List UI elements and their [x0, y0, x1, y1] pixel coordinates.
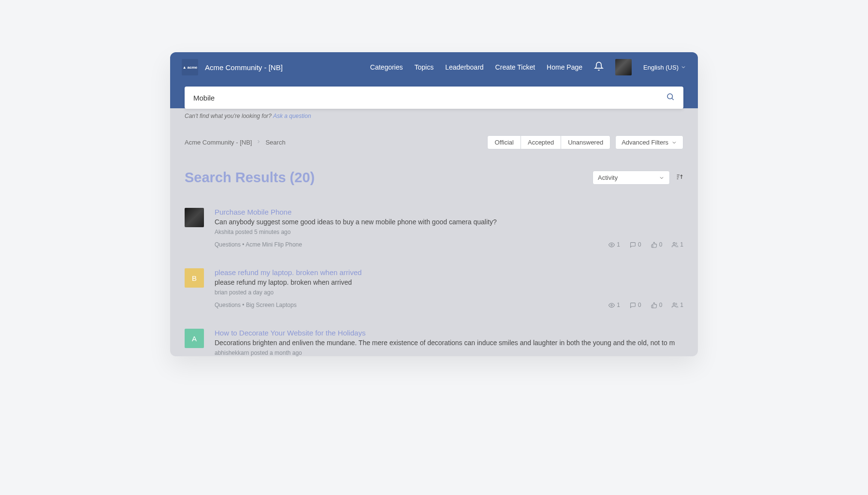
result-avatar[interactable] — [185, 208, 204, 227]
svg-point-9 — [673, 303, 675, 305]
search-wrap: Can't find what you're looking for? Ask … — [185, 87, 683, 119]
sort-area: Activity — [593, 171, 683, 185]
filter-unanswered[interactable]: Unanswered — [561, 136, 610, 149]
svg-line-1 — [672, 98, 673, 100]
nav-topics[interactable]: Topics — [415, 63, 434, 71]
stat-comments: 0 — [630, 241, 641, 248]
result-item: Purchase Mobile Phone Can anybody sugges… — [185, 208, 683, 248]
users-icon — [672, 242, 678, 248]
language-label: English (US) — [643, 64, 679, 71]
stat-value: 1 — [680, 241, 683, 248]
sort-selected: Activity — [598, 174, 618, 181]
breadcrumb-root[interactable]: Acme Community - [NB] — [185, 139, 252, 146]
nav-create-ticket[interactable]: Create Ticket — [495, 63, 535, 71]
header: ▲ acme Acme Community - [NB] Categories … — [170, 52, 698, 108]
result-snippet: Can anybody suggest some good ideas to b… — [215, 218, 683, 226]
eye-icon — [608, 242, 615, 248]
stat-views: 1 — [608, 302, 620, 308]
chevron-right-icon — [256, 139, 261, 146]
comment-icon — [630, 302, 636, 308]
result-body: please refund my laptop. broken when arr… — [215, 268, 683, 308]
stat-users: 1 — [672, 302, 683, 308]
stat-value: 0 — [638, 241, 641, 248]
stat-views: 1 — [608, 241, 620, 248]
stat-value: 0 — [659, 302, 663, 308]
result-meta: Akshita posted 5 minutes ago — [215, 229, 683, 235]
svg-point-8 — [611, 304, 612, 306]
svg-point-0 — [667, 94, 673, 99]
like-icon — [651, 242, 657, 248]
advanced-filters-button[interactable]: Advanced Filters — [615, 135, 683, 149]
users-icon — [672, 302, 678, 308]
result-title[interactable]: please refund my laptop. broken when arr… — [215, 268, 683, 277]
nav-home-page[interactable]: Home Page — [547, 63, 582, 71]
result-snippet: Decorations brighten and enliven the mun… — [215, 339, 683, 347]
comment-icon — [630, 242, 636, 248]
avatar[interactable] — [615, 59, 632, 75]
result-avatar[interactable]: A — [185, 329, 204, 348]
site-title[interactable]: Acme Community - [NB] — [205, 63, 283, 72]
search-box — [185, 87, 683, 109]
result-title[interactable]: Purchase Mobile Phone — [215, 208, 683, 216]
body-area: Acme Community - [NB] Search Official Ac… — [170, 108, 698, 356]
stat-likes: 0 — [651, 302, 663, 308]
result-footer: Questions • Acme Mini Flip Phone 1 0 0 1 — [215, 241, 683, 248]
app-frame: ▲ acme Acme Community - [NB] Categories … — [170, 52, 698, 356]
breadcrumb-current: Search — [265, 139, 285, 146]
stat-value: 1 — [680, 302, 683, 308]
stat-value: 1 — [617, 302, 620, 308]
bell-icon[interactable] — [594, 61, 604, 73]
sort-direction-icon[interactable] — [676, 173, 683, 183]
stat-value: 0 — [638, 302, 641, 308]
result-category[interactable]: Questions • Acme Mini Flip Phone — [215, 241, 302, 248]
result-item: A How to Decorate Your Website for the H… — [185, 329, 683, 356]
result-title[interactable]: How to Decorate Your Website for the Hol… — [215, 329, 683, 337]
stat-value: 0 — [659, 241, 663, 248]
result-category[interactable]: Questions • Big Screen Laptops — [215, 302, 297, 308]
result-body: How to Decorate Your Website for the Hol… — [215, 329, 683, 356]
nav-categories[interactable]: Categories — [370, 63, 403, 71]
eye-icon — [608, 302, 615, 308]
breadcrumb-row: Acme Community - [NB] Search Official Ac… — [185, 135, 683, 149]
sort-select[interactable]: Activity — [593, 171, 670, 185]
result-stats: 1 0 0 1 — [608, 302, 683, 308]
chevron-down-icon — [680, 64, 686, 70]
ask-question-link[interactable]: Ask a question — [273, 113, 311, 119]
filter-accepted[interactable]: Accepted — [521, 136, 561, 149]
filter-official[interactable]: Official — [488, 136, 521, 149]
chevron-down-icon — [671, 140, 677, 146]
svg-point-7 — [673, 242, 675, 244]
result-footer: Questions • Big Screen Laptops 1 0 0 1 — [215, 302, 683, 308]
header-bar: ▲ acme Acme Community - [NB] Categories … — [170, 56, 698, 78]
hint-text: Can't find what you're looking for? — [185, 113, 273, 119]
result-meta: abhishekkarn posted a month ago — [215, 349, 683, 356]
filter-group: Official Accepted Unanswered Advanced Fi… — [487, 135, 683, 149]
stat-users: 1 — [672, 241, 683, 248]
nav-leaderboard[interactable]: Leaderboard — [445, 63, 483, 71]
page-title: Search Results (20) — [185, 170, 315, 186]
logo[interactable]: ▲ acme — [182, 59, 198, 75]
chevron-down-icon — [659, 175, 665, 181]
search-input[interactable] — [193, 94, 666, 102]
result-avatar[interactable]: B — [185, 268, 204, 288]
language-selector[interactable]: English (US) — [643, 64, 686, 71]
title-row: Search Results (20) Activity — [185, 170, 683, 186]
result-body: Purchase Mobile Phone Can anybody sugges… — [215, 208, 683, 248]
result-item: B please refund my laptop. broken when a… — [185, 268, 683, 308]
nav: Categories Topics Leaderboard Create Tic… — [370, 59, 686, 75]
search-hint: Can't find what you're looking for? Ask … — [185, 113, 683, 119]
results-list: Purchase Mobile Phone Can anybody sugges… — [185, 208, 683, 356]
result-stats: 1 0 0 1 — [608, 241, 683, 248]
advanced-filters-label: Advanced Filters — [622, 139, 668, 146]
stat-value: 1 — [617, 241, 620, 248]
stat-likes: 0 — [651, 241, 663, 248]
svg-point-6 — [611, 244, 612, 245]
search-icon[interactable] — [666, 92, 675, 103]
result-meta: brian posted a day ago — [215, 289, 683, 296]
result-snippet: please refund my laptop. broken when arr… — [215, 278, 683, 286]
stat-comments: 0 — [630, 302, 641, 308]
filter-pill-set: Official Accepted Unanswered — [487, 135, 610, 149]
like-icon — [651, 302, 657, 308]
